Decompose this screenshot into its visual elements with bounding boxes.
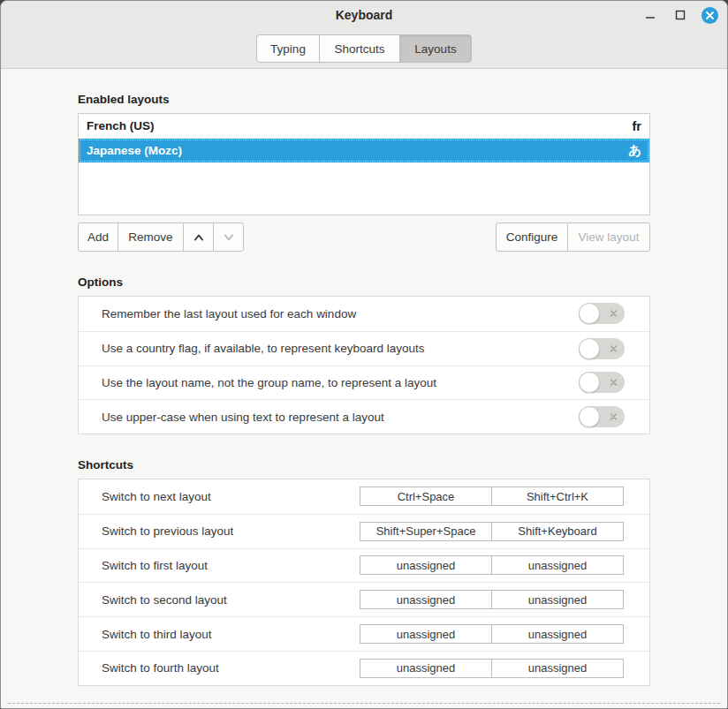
shortcut-label: Switch to next layout bbox=[102, 490, 360, 503]
keybinding-value: unassigned bbox=[397, 559, 456, 572]
keybinding-button[interactable]: unassigned bbox=[360, 624, 492, 644]
remember-layout-toggle[interactable] bbox=[579, 303, 625, 324]
minimize-button[interactable] bbox=[641, 6, 659, 24]
close-button[interactable] bbox=[701, 7, 718, 24]
option-label: Use upper-case when using text to repres… bbox=[102, 411, 579, 424]
toggle-off-x-icon bbox=[610, 413, 618, 421]
keybinding-button[interactable]: Ctrl+Space bbox=[360, 486, 492, 506]
titlebar[interactable]: Keyboard bbox=[1, 1, 727, 29]
tab-typing[interactable]: Typing bbox=[256, 34, 320, 63]
keybinding-value: unassigned bbox=[397, 593, 456, 607]
focus-dashed-line bbox=[8, 703, 720, 704]
remove-label: Remove bbox=[128, 230, 172, 244]
layout-indicator: fr bbox=[633, 119, 641, 133]
toggle-off-x-icon bbox=[610, 310, 618, 318]
toolbar-spacer bbox=[244, 223, 496, 252]
keybinding-value: unassigned bbox=[528, 559, 588, 572]
tab-typing-label: Typing bbox=[270, 42, 306, 56]
maximize-button[interactable] bbox=[671, 6, 689, 24]
layout-name: French (US) bbox=[87, 119, 633, 132]
tab-layouts-label: Layouts bbox=[414, 42, 456, 56]
keybinding-button[interactable]: Shift+Ctrl+K bbox=[491, 486, 624, 506]
configure-button[interactable]: Configure bbox=[496, 223, 568, 252]
toggle-off-x-icon bbox=[610, 344, 618, 352]
add-layout-button[interactable]: Add bbox=[78, 223, 118, 252]
layout-name-toggle[interactable] bbox=[579, 372, 625, 393]
toggle-knob bbox=[579, 303, 600, 324]
close-icon bbox=[706, 11, 714, 19]
shortcut-label: Switch to second layout bbox=[102, 593, 360, 607]
keybinding-button[interactable]: unassigned bbox=[491, 624, 624, 644]
toggle-knob bbox=[579, 372, 600, 393]
chevron-up-icon bbox=[192, 230, 206, 245]
layouts-page: Enabled layouts French (US) fr Japanese … bbox=[1, 92, 727, 686]
layouts-toolbar: Add Remove Configure View layout bbox=[78, 223, 650, 252]
keybinding-value: Shift+Ctrl+K bbox=[527, 490, 588, 503]
window-controls bbox=[641, 1, 718, 29]
tab-shortcuts[interactable]: Shortcuts bbox=[319, 34, 400, 63]
shortcut-row-first-layout: Switch to first layout unassigned unassi… bbox=[79, 548, 649, 583]
keybinding-value: unassigned bbox=[528, 661, 588, 675]
chevron-down-icon bbox=[222, 230, 236, 245]
option-row-layout-name: Use the layout name, not the group name,… bbox=[79, 366, 649, 400]
upper-case-toggle[interactable] bbox=[579, 406, 625, 427]
toggle-knob bbox=[579, 406, 600, 427]
layout-row-french[interactable]: French (US) fr bbox=[79, 114, 649, 139]
country-flag-toggle[interactable] bbox=[579, 338, 625, 359]
toggle-knob bbox=[579, 338, 600, 359]
keyboard-settings-window: Keyboard Typing Shortcuts bbox=[0, 0, 728, 709]
shortcut-label: Switch to fourth layout bbox=[102, 661, 360, 675]
tab-shortcuts-label: Shortcuts bbox=[334, 42, 384, 56]
tab-layouts[interactable]: Layouts bbox=[399, 34, 472, 63]
option-label: Remember the last layout used for each w… bbox=[102, 307, 579, 321]
keybinding-value: unassigned bbox=[528, 593, 588, 607]
shortcut-row-next-layout: Switch to next layout Ctrl+Space Shift+C… bbox=[79, 479, 649, 514]
add-label: Add bbox=[87, 230, 109, 244]
shortcut-label: Switch to third layout bbox=[102, 628, 360, 641]
view-layout-button[interactable]: View layout bbox=[567, 223, 650, 252]
keybinding-button[interactable]: unassigned bbox=[491, 659, 624, 678]
keybinding-button[interactable]: unassigned bbox=[360, 590, 492, 609]
shortcut-row-fourth-layout: Switch to fourth layout unassigned unass… bbox=[79, 651, 649, 685]
shortcuts-group: Switch to next layout Ctrl+Space Shift+C… bbox=[78, 479, 650, 686]
keybinding-value: unassigned bbox=[397, 628, 456, 641]
layout-row-japanese[interactable]: Japanese (Mozc) あ bbox=[79, 139, 649, 163]
move-layout-down-button[interactable] bbox=[213, 223, 244, 252]
keybinding-button[interactable]: unassigned bbox=[491, 555, 624, 575]
remove-layout-button[interactable]: Remove bbox=[118, 223, 184, 252]
options-heading: Options bbox=[78, 275, 650, 290]
maximize-icon bbox=[675, 10, 686, 20]
tab-strip: Typing Shortcuts Layouts bbox=[1, 29, 727, 68]
move-layout-up-button[interactable] bbox=[183, 223, 214, 252]
keybinding-value: Shift+Keyboard bbox=[518, 524, 596, 538]
enabled-layouts-list[interactable]: French (US) fr Japanese (Mozc) あ bbox=[78, 113, 650, 215]
layout-name: Japanese (Mozc) bbox=[87, 144, 628, 157]
minimize-icon bbox=[645, 10, 656, 20]
keybinding-button[interactable]: Shift+Super+Space bbox=[360, 522, 492, 541]
toggle-off-x-icon bbox=[610, 379, 618, 387]
shortcut-label: Switch to first layout bbox=[102, 559, 360, 572]
layout-indicator: あ bbox=[628, 142, 641, 159]
keybinding-button[interactable]: Shift+Keyboard bbox=[491, 522, 624, 541]
option-label: Use a country flag, if available, to rep… bbox=[102, 342, 579, 355]
option-row-upper-case: Use upper-case when using text to repres… bbox=[79, 399, 649, 434]
shortcuts-heading: Shortcuts bbox=[78, 457, 650, 472]
keybinding-button[interactable]: unassigned bbox=[360, 659, 492, 678]
enabled-layouts-heading: Enabled layouts bbox=[78, 92, 650, 107]
option-label: Use the layout name, not the group name,… bbox=[102, 376, 579, 389]
keybinding-button[interactable]: unassigned bbox=[491, 590, 624, 609]
shortcut-row-previous-layout: Switch to previous layout Shift+Super+Sp… bbox=[79, 514, 649, 548]
window-title: Keyboard bbox=[336, 8, 393, 22]
configure-label: Configure bbox=[506, 230, 558, 244]
shortcut-label: Switch to previous layout bbox=[102, 524, 360, 538]
keybinding-value: Shift+Super+Space bbox=[376, 524, 476, 538]
view-layout-label: View layout bbox=[579, 230, 640, 244]
keybinding-button[interactable]: unassigned bbox=[360, 555, 492, 575]
shortcut-row-third-layout: Switch to third layout unassigned unassi… bbox=[79, 616, 649, 651]
option-row-remember-layout: Remember the last layout used for each w… bbox=[79, 297, 649, 331]
shortcut-row-second-layout: Switch to second layout unassigned unass… bbox=[79, 582, 649, 616]
option-row-country-flag: Use a country flag, if available, to rep… bbox=[79, 331, 649, 366]
keybinding-value: Ctrl+Space bbox=[398, 490, 455, 503]
keybinding-value: unassigned bbox=[528, 628, 588, 641]
keybinding-value: unassigned bbox=[397, 661, 456, 675]
